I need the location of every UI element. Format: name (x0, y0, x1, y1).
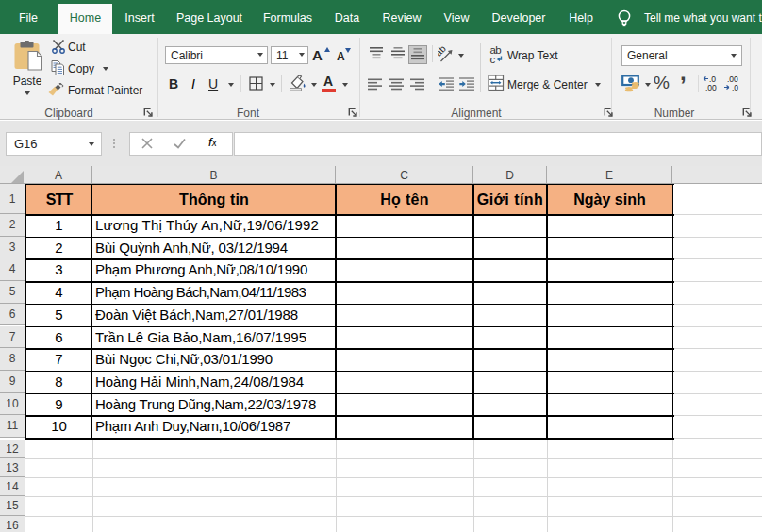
svg-text:c: c (490, 54, 496, 65)
svg-text:.00: .00 (705, 83, 717, 92)
svg-text:.0: .0 (732, 83, 738, 92)
